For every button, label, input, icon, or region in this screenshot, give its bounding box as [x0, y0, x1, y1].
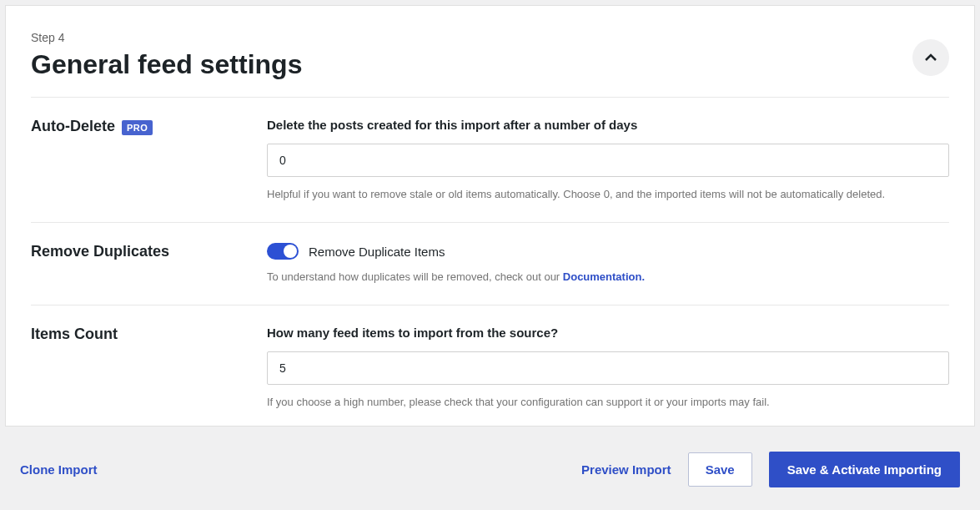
items-count-input[interactable] [267, 351, 949, 385]
auto-delete-input[interactable] [267, 144, 949, 177]
field-items-count: Items Count How many feed items to impor… [31, 305, 949, 425]
field-remove-duplicates: Remove Duplicates Remove Duplicate Items… [31, 223, 949, 305]
auto-delete-help: Helpful if you want to remove stale or o… [267, 187, 949, 202]
remove-duplicates-help: To understand how duplicates will be rem… [267, 270, 949, 285]
header-text: Step 4 General feed settings [31, 31, 302, 80]
save-activate-button[interactable]: Save & Activate Importing [769, 452, 960, 487]
settings-panel: Step 4 General feed settings Auto-Delete… [5, 5, 975, 427]
footer-bar: Clone Import Preview Import Save Save & … [0, 432, 980, 507]
field-label-col: Remove Duplicates [31, 243, 267, 285]
items-count-label: Items Count [31, 326, 118, 343]
field-content: Remove Duplicate Items To understand how… [267, 243, 949, 285]
field-label-col: Items Count [31, 326, 267, 410]
toggle-knob [284, 245, 297, 258]
preview-import-button[interactable]: Preview Import [581, 456, 671, 483]
clone-import-button[interactable]: Clone Import [20, 456, 98, 483]
step-label: Step 4 [31, 31, 302, 44]
items-count-help: If you choose a high number, please chec… [267, 395, 949, 410]
save-button[interactable]: Save [688, 452, 752, 487]
field-label-col: Auto-Delete PRO [31, 118, 267, 202]
field-content: Delete the posts created for this import… [267, 118, 949, 202]
items-count-title: How many feed items to import from the s… [267, 326, 949, 340]
auto-delete-title: Delete the posts created for this import… [267, 118, 949, 132]
remove-duplicates-toggle[interactable] [267, 243, 299, 260]
footer-left: Clone Import [20, 456, 98, 483]
footer-right: Preview Import Save Save & Activate Impo… [581, 452, 960, 487]
documentation-link[interactable]: Documentation. [563, 270, 645, 283]
collapse-button[interactable] [912, 39, 949, 76]
remove-duplicates-label: Remove Duplicates [31, 243, 169, 260]
field-auto-delete: Auto-Delete PRO Delete the posts created… [31, 98, 949, 223]
page-title: General feed settings [31, 49, 302, 80]
panel-header: Step 4 General feed settings [31, 6, 949, 97]
remove-duplicates-toggle-label: Remove Duplicate Items [309, 245, 445, 259]
auto-delete-label: Auto-Delete [31, 118, 115, 135]
field-content: How many feed items to import from the s… [267, 326, 949, 410]
help-prefix: To understand how duplicates will be rem… [267, 270, 563, 283]
chevron-up-icon [924, 51, 937, 64]
pro-badge: PRO [122, 120, 153, 135]
toggle-row: Remove Duplicate Items [267, 243, 949, 260]
